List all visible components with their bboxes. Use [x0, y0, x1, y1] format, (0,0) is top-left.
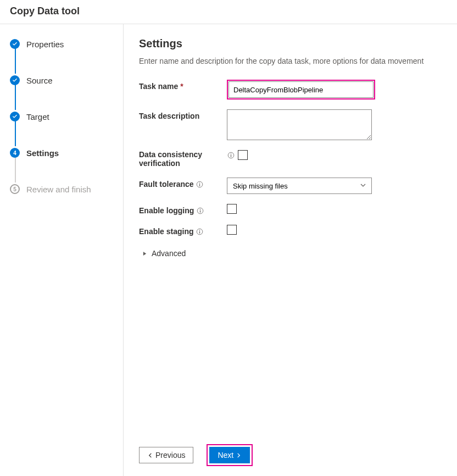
step-number-icon: 5: [10, 184, 20, 194]
svg-rect-8: [200, 210, 200, 212]
step-label: Settings: [26, 148, 59, 158]
check-icon: [10, 112, 20, 121]
svg-rect-5: [199, 184, 200, 186]
data-consistency-label: Data consistency verification: [139, 150, 227, 168]
enable-staging-label: Enable staging: [139, 225, 227, 236]
task-description-input[interactable]: [227, 109, 372, 140]
label-text: Data consistency verification: [139, 150, 227, 168]
body: Properties Source Target 4 Settings: [0, 24, 457, 476]
settings-subtitle: Enter name and description for the copy …: [139, 57, 441, 65]
svg-point-1: [230, 153, 231, 154]
advanced-label: Advanced: [152, 249, 186, 258]
advanced-toggle[interactable]: Advanced: [142, 249, 441, 258]
step-connector: [15, 47, 16, 74]
header: Copy Data tool: [0, 0, 457, 24]
info-icon[interactable]: [196, 180, 204, 188]
step-number-icon: 4: [10, 148, 20, 158]
fault-tolerance-select[interactable]: Skip missing files: [227, 178, 372, 194]
step-source[interactable]: Source: [10, 74, 123, 87]
chevron-right-icon: [236, 452, 242, 458]
step-connector: [15, 120, 16, 146]
enable-logging-checkbox[interactable]: [227, 204, 237, 214]
info-icon[interactable]: [196, 228, 204, 235]
data-consistency-checkbox[interactable]: [238, 150, 248, 160]
button-label: Previous: [155, 451, 185, 460]
fault-tolerance-row: Fault tolerance Skip missing files: [139, 178, 441, 194]
label-text: Fault tolerance: [139, 180, 194, 189]
wizard-footer: Previous Next: [139, 444, 441, 467]
enable-logging-row: Enable logging: [139, 204, 441, 215]
step-label: Properties: [26, 40, 64, 49]
step-properties[interactable]: Properties: [10, 37, 123, 51]
chevron-left-icon: [147, 452, 153, 458]
task-description-label: Task description: [139, 109, 227, 120]
step-target[interactable]: Target: [10, 110, 123, 123]
svg-point-10: [199, 230, 200, 230]
button-label: Next: [218, 451, 233, 460]
enable-logging-control: [227, 204, 441, 214]
fault-tolerance-label: Fault tolerance: [139, 178, 227, 189]
svg-point-4: [199, 182, 200, 183]
step-review-finish[interactable]: 5 Review and finish: [10, 182, 123, 196]
step-label: Review and finish: [26, 185, 91, 194]
task-description-control: [227, 109, 441, 140]
settings-title: Settings: [139, 37, 441, 50]
enable-staging-control: [227, 225, 441, 235]
next-button[interactable]: Next: [209, 447, 250, 463]
info-icon[interactable]: [227, 151, 235, 159]
data-consistency-control: [227, 150, 441, 160]
enable-staging-checkbox[interactable]: [227, 225, 237, 235]
enable-logging-label: Enable logging: [139, 204, 227, 215]
fault-tolerance-select-wrapper: Skip missing files: [227, 178, 372, 194]
task-name-input[interactable]: [228, 81, 374, 98]
previous-button[interactable]: Previous: [139, 447, 193, 463]
step-settings[interactable]: 4 Settings: [10, 146, 123, 159]
steps-list: Properties Source Target 4 Settings: [10, 37, 123, 196]
task-name-control: [227, 80, 441, 99]
step-connector: [15, 156, 16, 182]
check-icon: [10, 39, 20, 49]
label-text: Task description: [139, 112, 199, 120]
svg-point-7: [200, 209, 200, 209]
data-consistency-row: Data consistency verification: [139, 150, 441, 168]
info-icon[interactable]: [196, 207, 204, 214]
fault-tolerance-control: Skip missing files: [227, 178, 441, 194]
svg-rect-2: [230, 154, 231, 157]
main-panel: Settings Enter name and description for …: [124, 24, 457, 476]
label-text: Enable logging: [139, 206, 194, 215]
svg-rect-11: [199, 231, 200, 233]
highlight-task-name: [227, 80, 375, 99]
check-icon: [10, 75, 20, 85]
task-name-label: Task name *: [139, 80, 227, 91]
task-name-row: Task name *: [139, 80, 441, 99]
label-text: Enable staging: [139, 227, 194, 236]
page-title: Copy Data tool: [10, 5, 447, 17]
wizard-steps-sidebar: Properties Source Target 4 Settings: [0, 24, 124, 476]
triangle-right-icon: [142, 249, 147, 258]
task-description-row: Task description: [139, 109, 441, 140]
highlight-next: Next: [207, 444, 253, 466]
step-label: Source: [26, 76, 53, 85]
required-asterisk: *: [180, 82, 183, 91]
label-text: Task name: [139, 82, 178, 91]
step-connector: [15, 84, 16, 110]
enable-staging-row: Enable staging: [139, 225, 441, 236]
step-label: Target: [26, 112, 49, 121]
